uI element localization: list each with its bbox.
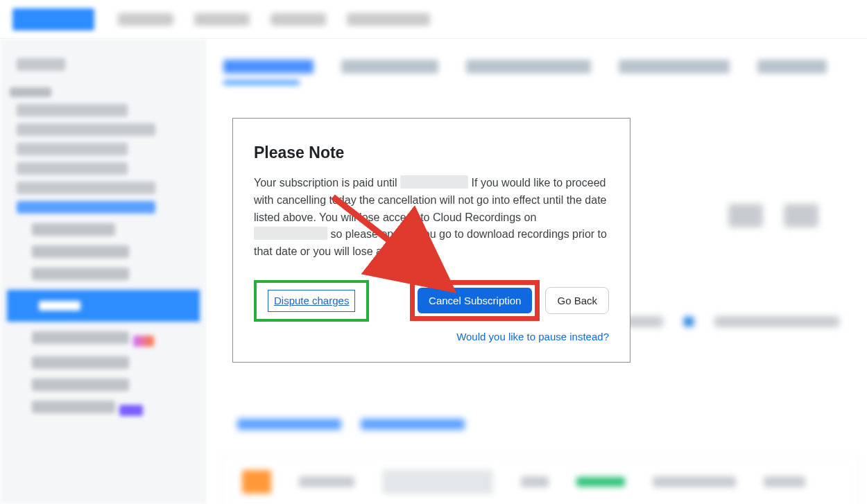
top-nav	[118, 13, 430, 26]
topnav-item[interactable]	[118, 13, 173, 26]
annotation-green-box: Dispute charges	[254, 280, 369, 322]
go-back-button[interactable]: Go Back	[545, 287, 609, 314]
tab-item[interactable]	[757, 60, 827, 73]
plan-card	[221, 455, 860, 504]
dispute-charges-link[interactable]: Dispute charges	[274, 295, 349, 306]
topnav-item[interactable]	[271, 13, 326, 26]
redacted-date-1	[400, 175, 468, 189]
sidebar-item-active[interactable]	[7, 290, 200, 322]
dialog-title: Please Note	[254, 144, 609, 162]
top-bar	[0, 0, 867, 39]
annotation-red-box: Cancel Subscription	[410, 280, 540, 321]
tab-item[interactable]	[466, 60, 591, 73]
topnav-item[interactable]	[194, 13, 250, 26]
tab-item[interactable]	[619, 60, 730, 73]
tab-current[interactable]	[223, 60, 314, 73]
cancel-subscription-dialog: Please Note Your subscription is paid un…	[232, 118, 630, 363]
tab-item[interactable]	[341, 60, 438, 73]
sidebar	[0, 39, 207, 504]
brand-logo	[12, 8, 94, 31]
topnav-item[interactable]	[347, 13, 430, 26]
pause-instead-link[interactable]: Would you like to pause instead?	[456, 331, 609, 342]
billing-tabs	[223, 60, 850, 73]
dialog-body: Your subscription is paid until If you w…	[254, 175, 609, 261]
cancel-subscription-button[interactable]: Cancel Subscription	[418, 288, 532, 313]
redacted-date-2	[254, 227, 327, 240]
